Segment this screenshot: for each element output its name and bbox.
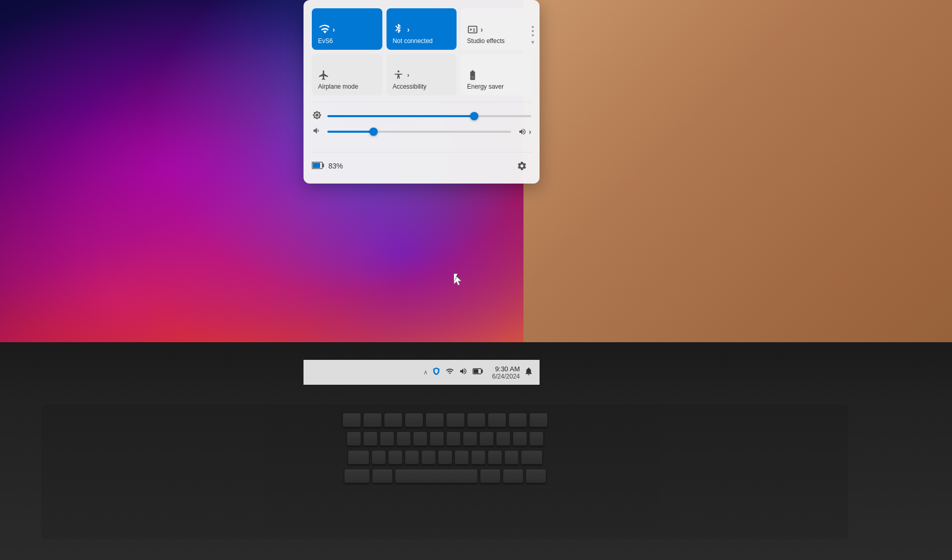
key — [471, 450, 486, 465]
key — [508, 413, 527, 427]
svg-rect-3 — [313, 163, 320, 168]
svg-rect-6 — [473, 369, 478, 373]
key — [396, 431, 411, 446]
key — [521, 450, 543, 465]
studio-effects-icon: › — [467, 24, 525, 35]
wifi-taskbar-icon[interactable] — [445, 366, 455, 379]
system-tray: ∧ — [423, 366, 484, 379]
key — [488, 450, 502, 465]
brightness-thumb[interactable] — [470, 112, 478, 120]
energy-saver-icon — [467, 69, 525, 81]
key — [504, 450, 519, 465]
airplane-mode-tile[interactable]: Airplane mode — [312, 54, 382, 95]
volume-slider-row: › — [312, 126, 531, 137]
volume-slider[interactable] — [327, 131, 511, 133]
key — [488, 413, 506, 427]
energy-saver-tile[interactable]: Energy saver — [461, 54, 531, 95]
key — [446, 413, 465, 427]
brightness-track — [327, 115, 531, 117]
volume-fill — [327, 131, 374, 133]
key — [405, 450, 419, 465]
energy-saver-label: Energy saver — [467, 83, 525, 90]
wifi-chevron-icon: › — [333, 25, 335, 34]
brightness-fill — [327, 115, 474, 117]
key — [446, 431, 461, 446]
studio-effects-label: Studio effects — [467, 37, 525, 45]
keyboard-area — [42, 404, 848, 539]
sliders-section: › — [312, 102, 531, 146]
bluetooth-chevron-icon: › — [407, 25, 410, 34]
studio-effects-tile[interactable]: › Studio effects — [461, 8, 531, 50]
key — [526, 469, 546, 483]
key — [421, 450, 436, 465]
volume-icon — [312, 126, 322, 137]
time-display: 9:30 AM — [492, 365, 520, 373]
svg-point-0 — [397, 70, 399, 72]
key — [430, 431, 444, 446]
volume-extra: › — [518, 128, 531, 136]
bluetooth-tile[interactable]: › Not connected — [387, 8, 457, 50]
volume-expand-icon[interactable]: › — [529, 128, 531, 136]
quick-settings-grid: › EvS6 › Not connected › Studio effects — [312, 8, 531, 95]
key — [363, 431, 378, 446]
accessibility-icon: › — [393, 69, 451, 81]
volume-thumb[interactable] — [369, 128, 378, 136]
accessibility-label: Accessibility — [393, 83, 451, 90]
volume-taskbar-icon[interactable] — [458, 366, 468, 379]
accessibility-chevron-icon: › — [407, 71, 409, 79]
airplane-mode-label: Airplane mode — [318, 83, 376, 90]
key — [347, 431, 361, 446]
key — [405, 413, 423, 427]
spacebar-key — [395, 469, 478, 483]
svg-rect-5 — [481, 370, 482, 373]
brightness-slider-row — [312, 110, 531, 122]
battery-icon — [312, 161, 324, 172]
volume-track — [327, 131, 511, 133]
key — [463, 431, 477, 446]
battery-percent: 83% — [328, 162, 343, 170]
battery-taskbar-icon[interactable] — [472, 367, 484, 378]
key — [454, 450, 469, 465]
taskbar: ∧ 9:30 AM 6/24/2024 — [303, 360, 540, 385]
brightness-icon — [312, 110, 322, 122]
brightness-slider[interactable] — [327, 115, 531, 117]
key — [479, 431, 494, 446]
settings-button[interactable] — [513, 157, 531, 175]
key — [348, 450, 369, 465]
key — [363, 413, 382, 427]
key — [503, 469, 523, 483]
key — [380, 431, 394, 446]
scroll-indicator — [532, 34, 534, 36]
key — [438, 450, 452, 465]
key — [342, 413, 361, 427]
svg-rect-2 — [323, 163, 324, 167]
key — [425, 413, 444, 427]
key — [371, 450, 386, 465]
wifi-icon: › — [318, 24, 376, 35]
key — [413, 431, 427, 446]
key — [467, 413, 486, 427]
key — [384, 413, 403, 427]
scroll-indicator — [532, 30, 534, 32]
key — [529, 413, 548, 427]
bluetooth-label: Not connected — [393, 37, 451, 45]
wifi-label: EvS6 — [318, 37, 376, 45]
key — [388, 450, 403, 465]
studio-effects-chevron-icon: › — [480, 25, 483, 34]
clock[interactable]: 9:30 AM 6/24/2024 — [492, 365, 520, 380]
key — [372, 469, 393, 483]
accessibility-tile[interactable]: › Accessibility — [387, 54, 457, 95]
airplane-icon — [318, 69, 376, 81]
show-hidden-icons-button[interactable]: ∧ — [423, 369, 428, 376]
key — [496, 431, 511, 446]
quick-settings-panel: ▼ › EvS6 › Not connected — [303, 0, 540, 184]
wifi-tile[interactable]: › EvS6 — [312, 8, 382, 50]
scroll-indicator — [532, 26, 534, 28]
quick-settings-bottom: 83% — [312, 152, 531, 175]
battery-info: 83% — [312, 161, 343, 172]
date-display: 6/24/2024 — [492, 373, 520, 380]
notification-bell-icon[interactable] — [524, 367, 533, 379]
key — [344, 469, 370, 483]
security-icon[interactable] — [431, 366, 441, 379]
key — [529, 431, 544, 446]
